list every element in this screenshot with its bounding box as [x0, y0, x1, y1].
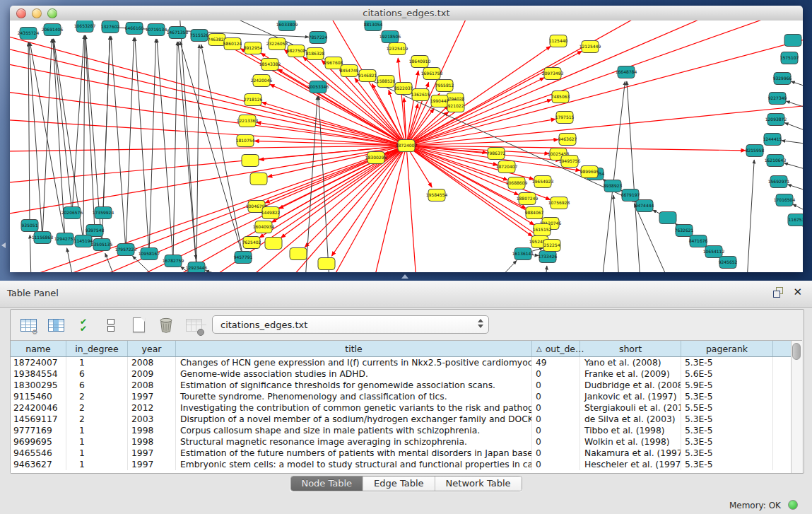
table-cell[interactable]: 9699695 [11, 436, 66, 448]
table-cell[interactable]: 2003 [128, 414, 176, 425]
graph-node[interactable]: 9457791 [234, 252, 253, 264]
graph-edge[interactable] [157, 39, 173, 261]
table-cell[interactable]: 1 [66, 448, 128, 459]
graph-node[interactable]: 1733426 [539, 251, 558, 263]
table-cell[interactable]: 0 [532, 402, 580, 414]
graph-node[interactable]: 17016504 [774, 194, 796, 206]
graph-edge[interactable] [498, 260, 517, 272]
graph-edge[interactable] [613, 195, 619, 272]
graph-node[interactable]: 20691406 [42, 24, 64, 36]
graph-node[interactable] [242, 155, 259, 167]
graph-node[interactable]: 12125449 [579, 41, 601, 53]
table-row[interactable]: 911546021997Tourette syndrome. Phenomeno… [11, 391, 791, 402]
graph-node[interactable]: 9463627 [558, 134, 577, 146]
table-cell[interactable]: 5.3E-5 [681, 436, 773, 448]
table-cell[interactable]: 1997 [128, 459, 176, 470]
graph-node[interactable]: 6679197 [621, 189, 640, 201]
table-cell[interactable]: Hescheler et al. (1997) [580, 459, 681, 470]
graph-node[interactable]: 935051 [21, 220, 38, 232]
graph-edge[interactable] [406, 146, 416, 272]
graph-edge[interactable] [406, 119, 555, 146]
graph-node[interactable]: 7986372 [487, 148, 506, 160]
graph-node[interactable]: 10719134 [146, 24, 167, 36]
graph-node[interactable]: 10654112 [703, 246, 725, 258]
graph-node[interactable]: 19654923 [532, 176, 554, 188]
table-cell[interactable]: Investigating the contribution of common… [176, 402, 532, 414]
table-cell[interactable]: 1 [66, 436, 128, 448]
graph-edge[interactable] [53, 39, 65, 239]
graph-edge[interactable] [178, 42, 196, 268]
table-cell[interactable]: 2009 [128, 368, 176, 380]
graph-node[interactable]: 7632621 [675, 225, 694, 237]
graph-node[interactable]: 1125440 [549, 35, 568, 47]
table-row[interactable]: 946554611997Estimation of the future num… [11, 448, 791, 459]
table-cell[interactable]: 0 [532, 380, 580, 391]
table-cell[interactable]: 2 [66, 391, 128, 402]
graph-edge[interactable] [149, 39, 156, 254]
column-header-name[interactable]: name [11, 341, 66, 356]
graph-node[interactable]: 8471676 [689, 235, 708, 247]
table-row[interactable]: 1456911722003Disruption of a novel membe… [11, 414, 791, 425]
graph-node[interactable]: 8938923 [604, 180, 623, 192]
table-row[interactable]: 969969511998Structural magnetic resonanc… [11, 436, 791, 448]
graph-node[interactable]: 18724007 [396, 140, 418, 152]
graph-node[interactable]: 5860124 [223, 38, 242, 50]
table-cell[interactable]: Disruption of a novel member of a sodium… [176, 414, 532, 425]
graph-edge[interactable] [406, 105, 803, 146]
table-cell[interactable]: Estimation of significance thresholds fo… [176, 380, 532, 391]
graph-node[interactable]: 18300295 [365, 152, 387, 164]
memory-ok-indicator-icon[interactable] [788, 500, 798, 510]
table-cell[interactable]: 49 [532, 357, 580, 368]
graph-node[interactable]: 252254 [543, 240, 560, 252]
graph-node[interactable]: 9827508 [287, 45, 306, 57]
graph-node[interactable]: 17359924 [93, 207, 114, 219]
graph-edge[interactable] [173, 42, 177, 261]
tab-node-table[interactable]: Node Table [290, 477, 363, 491]
graph-node[interactable]: 9474444 [635, 200, 654, 212]
close-panel-icon[interactable]: ✕ [793, 287, 802, 297]
split-pane-handle[interactable] [401, 274, 408, 279]
graph-edge[interactable] [406, 140, 558, 146]
table-cell[interactable]: Wolkin et al. (1998) [580, 436, 681, 448]
table-cell[interactable]: 9465546 [11, 448, 66, 459]
graph-node[interactable]: 18640910 [409, 56, 431, 68]
table-cell[interactable]: de Silva et al. (2003) [580, 414, 681, 425]
graph-node[interactable]: 9899695 [580, 166, 599, 178]
table-cell[interactable]: Structural magnetic resonance image aver… [176, 436, 532, 448]
graph-node[interactable]: 12923446 [186, 262, 208, 273]
graph-node[interactable]: 9245652 [719, 257, 738, 269]
table-cell[interactable]: 0 [532, 368, 580, 380]
column-header-year[interactable]: year [128, 341, 176, 356]
graph-edge[interactable] [10, 146, 406, 183]
table-cell[interactable]: Changes of HCN gene expression and I(f) … [176, 357, 532, 368]
table-cell[interactable]: 14569117 [11, 414, 66, 425]
table-cell[interactable]: 22420046 [11, 402, 66, 414]
graph-node[interactable]: 9397548 [86, 225, 105, 237]
table-cell[interactable]: 9463627 [11, 459, 66, 470]
graph-edge[interactable] [627, 81, 640, 272]
graph-node[interactable]: 2967608 [324, 57, 343, 69]
table-cell[interactable]: 0 [532, 436, 580, 448]
select-rows-icon[interactable]: ✔✔ [74, 316, 93, 334]
graph-node[interactable]: 8215958 [746, 145, 765, 157]
table-row[interactable]: 946362711997Embryonic stem cells: a mode… [11, 459, 791, 470]
table-row[interactable]: 2242004622012Investigating the contribut… [11, 402, 791, 414]
graph-node[interactable]: 8522037 [394, 83, 413, 95]
graph-node[interactable]: 16782759 [163, 255, 184, 267]
graph-node[interactable]: 1615152 [533, 224, 552, 236]
graph-edge[interactable] [83, 35, 85, 241]
table-cell[interactable]: Estimation of the future numbers of pati… [176, 448, 532, 459]
graph-node[interactable]: 8912954 [244, 42, 263, 54]
graph-node[interactable]: 9329966 [773, 73, 792, 85]
table-cell[interactable]: 0 [532, 425, 580, 436]
graph-node[interactable] [250, 173, 267, 185]
delete-table-icon[interactable] [157, 316, 175, 334]
graph-node[interactable] [659, 212, 676, 224]
graph-edge[interactable] [135, 37, 149, 254]
table-cell[interactable]: 19384554 [11, 368, 66, 380]
column-header-pagerank[interactable]: pagerank [681, 341, 773, 356]
table-cell[interactable]: 1 [66, 425, 128, 436]
table-cell[interactable]: 9115460 [11, 391, 66, 402]
graph-node[interactable]: 9884067 [525, 207, 544, 219]
graph-edge[interactable] [784, 163, 803, 170]
